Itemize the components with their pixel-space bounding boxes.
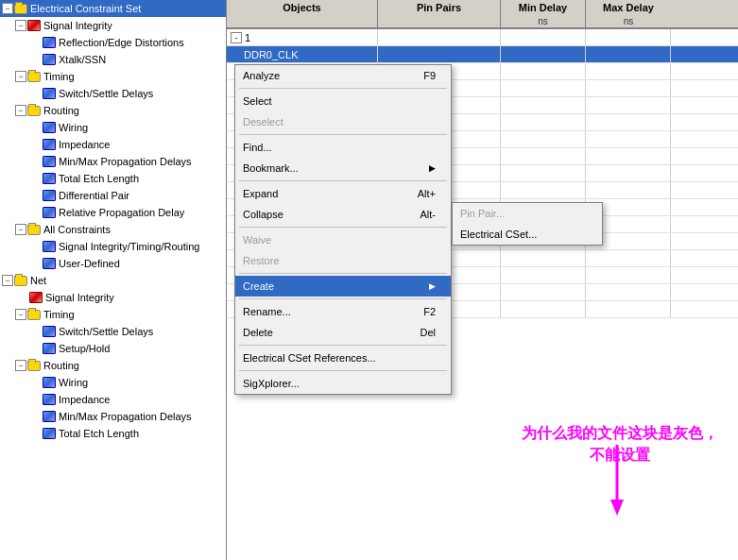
tree-expand-impedance[interactable] — [28, 138, 42, 151]
tree-label-total-etch-net: Total Etch Length — [59, 428, 139, 439]
menu-item-expand[interactable]: ExpandAlt+ — [235, 183, 451, 204]
submenu-item-electrical-cset[interactable]: Electrical CSet... — [453, 224, 602, 245]
tree-item-setup-hold[interactable]: Setup/Hold — [0, 340, 226, 357]
tree-item-user-defined[interactable]: User-Defined — [0, 255, 226, 272]
tree-item-rel-prop[interactable]: Relative Propagation Delay — [0, 204, 226, 221]
tree-label-impedance: Impedance — [59, 139, 110, 150]
cell-max-delay-row-ddr3-2 — [586, 165, 671, 181]
tree-expand-reflection[interactable] — [28, 36, 42, 49]
tree-expand-rel-prop[interactable] — [28, 206, 42, 219]
tree-expand-xtalk[interactable] — [28, 53, 42, 66]
tree-item-all-constraints[interactable]: −All Constraints — [0, 221, 226, 238]
tree-item-timing[interactable]: −Timing — [0, 68, 226, 85]
menu-item-sigxplorer[interactable]: SigXplorer... — [235, 373, 451, 394]
menu-item-ecset-refs[interactable]: Electrical CSet References... — [235, 348, 451, 368]
cell-min-delay-row-1 — [501, 29, 586, 45]
tree-expand-diff-pair[interactable] — [28, 189, 42, 202]
tree-label-wiring-net: Wiring — [59, 377, 88, 388]
tree-container: −Electrical Constraint Set−Signal Integr… — [0, 0, 226, 541]
tree-expand-routing-net[interactable]: − — [15, 360, 26, 371]
tree-expand-minmax-prop[interactable] — [28, 155, 42, 168]
tree-expand-net[interactable]: − — [2, 275, 13, 286]
menu-item-deselect: Deselect — [235, 111, 451, 132]
tree-item-reflection[interactable]: Reflection/Edge Distortions — [0, 34, 226, 51]
menu-item-delete[interactable]: DeleteDel — [235, 322, 451, 343]
menu-item-find[interactable]: Find... — [235, 137, 451, 158]
tree-item-signal-integrity-top[interactable]: −Signal Integrity — [0, 17, 226, 34]
tree-label-signal-integrity-top: Signal Integrity — [43, 20, 112, 31]
cell-max-delay-row-ddr0-1 — [586, 63, 671, 79]
tree-expand-impedance-net[interactable] — [28, 393, 42, 406]
pin-pairs-header-label: Pin Pairs — [378, 0, 500, 15]
tree-item-total-etch[interactable]: Total Etch Length — [0, 170, 226, 187]
menu-item-bookmark[interactable]: Bookmark... ▶ — [235, 158, 451, 178]
tree-icon-timing — [26, 70, 42, 83]
tree-expand-user-defined[interactable] — [28, 257, 42, 270]
tree-item-timing-net[interactable]: −Timing — [0, 306, 226, 323]
tree-expand-routing[interactable]: − — [15, 105, 26, 116]
menu-item-collapse[interactable]: CollapseAlt- — [235, 204, 451, 225]
tree-item-wiring-net[interactable]: Wiring — [0, 374, 226, 391]
cell-max-delay-row-ddr23-2 — [586, 301, 671, 317]
tree-item-routing[interactable]: −Routing — [0, 102, 226, 119]
menu-item-rename[interactable]: Rename...F2 — [235, 301, 451, 322]
tree-expand-signal-integrity-top[interactable]: − — [15, 20, 26, 31]
tree-item-xtalk[interactable]: Xtalk/SSN — [0, 51, 226, 68]
tree-expand-electrical-constraint-set[interactable]: − — [2, 3, 13, 14]
tree-expand-all-constraints[interactable]: − — [15, 224, 26, 235]
menu-right-rename: F2 — [408, 306, 436, 317]
cell-pin-pairs-row-1 — [378, 29, 501, 45]
cell-min-delay-row-ddr1-2 — [501, 97, 586, 113]
tree-expand-signal-timing-routing[interactable] — [28, 240, 42, 253]
tree-expand-timing-net[interactable]: − — [15, 309, 26, 320]
tree-label-routing: Routing — [43, 105, 79, 116]
cell-objects-row-1: -1 — [227, 29, 378, 45]
menu-right-collapse: Alt- — [405, 209, 437, 220]
tree-item-minmax-net[interactable]: Min/Max Propagation Delays — [0, 408, 226, 425]
tree-expand-minmax-net[interactable] — [28, 410, 42, 423]
menu-label-delete: Delete — [243, 327, 273, 338]
cell-pin-pairs-row-ddr0-clk — [378, 46, 501, 62]
tree-item-wiring[interactable]: Wiring — [0, 119, 226, 136]
tree-expand-signal-integrity-net[interactable] — [15, 291, 28, 304]
cell-min-delay-row-ddr01-2 — [501, 267, 586, 283]
tree-expand-wiring[interactable] — [28, 121, 42, 134]
tree-item-impedance[interactable]: Impedance — [0, 136, 226, 153]
tree-label-switch-settle-net: Switch/Settle Delays — [59, 326, 153, 337]
tree-expand-setup-hold[interactable] — [28, 342, 42, 355]
menu-item-select[interactable]: Select — [235, 91, 451, 111]
tree-label-rel-prop: Relative Propagation Delay — [59, 207, 184, 218]
tree-expand-wiring-net[interactable] — [28, 376, 42, 389]
grid-row-row-ddr0-clk[interactable]: DDR0_CLK — [227, 46, 738, 63]
menu-label-find: Find... — [243, 142, 272, 153]
tree-item-switch-settle-net[interactable]: Switch/Settle Delays — [0, 323, 226, 340]
tree-expand-total-etch[interactable] — [28, 172, 42, 185]
menu-label-analyze: Analyze — [243, 70, 280, 81]
menu-item-analyze[interactable]: AnalyzeF9 — [235, 65, 451, 86]
tree-expand-timing[interactable]: − — [15, 71, 26, 82]
tree-item-total-etch-net[interactable]: Total Etch Length — [0, 425, 226, 442]
tree-item-net[interactable]: −Net — [0, 272, 226, 289]
tree-item-diff-pair[interactable]: Differential Pair — [0, 187, 226, 204]
tree-expand-switch-settle[interactable] — [28, 87, 42, 100]
tree-item-switch-settle[interactable]: Switch/Settle Delays — [0, 85, 226, 102]
tree-item-minmax-prop[interactable]: Min/Max Propagation Delays — [0, 153, 226, 170]
tree-expand-switch-settle-net[interactable] — [28, 325, 42, 338]
tree-icon-signal-timing-routing — [42, 240, 57, 253]
menu-item-create[interactable]: Create ▶ — [235, 276, 451, 297]
tree-item-signal-timing-routing[interactable]: Signal Integrity/Timing/Routing — [0, 238, 226, 255]
tree-item-impedance-net[interactable]: Impedance — [0, 391, 226, 408]
cell-min-delay-row-ddr3-2 — [501, 165, 586, 181]
tree-item-electrical-constraint-set[interactable]: −Electrical Constraint Set — [0, 0, 226, 17]
tree-label-user-defined: User-Defined — [59, 258, 120, 269]
tree-item-routing-net[interactable]: −Routing — [0, 357, 226, 374]
cell-objects-text-row-ddr0-clk: DDR0_CLK — [244, 49, 298, 60]
menu-right-analyze: F9 — [408, 70, 436, 81]
cell-min-delay-row-ddr0-1 — [501, 63, 586, 79]
tree-expand-total-etch-net[interactable] — [28, 427, 42, 440]
tree-item-signal-integrity-net[interactable]: Signal Integrity — [0, 289, 226, 306]
grid-row-row-1[interactable]: -1 — [227, 29, 738, 46]
cell-max-delay-row-ddr1-2 — [586, 97, 671, 113]
menu-label-deselect: Deselect — [243, 116, 283, 127]
row-expand-btn-row-1[interactable]: - — [231, 32, 242, 43]
